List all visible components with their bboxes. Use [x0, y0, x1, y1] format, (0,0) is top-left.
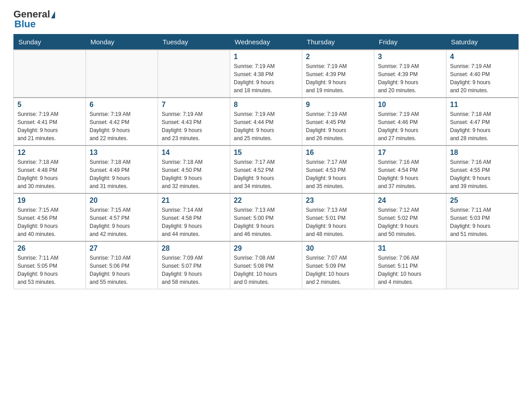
day-info: Sunrise: 7:18 AMSunset: 4:47 PMDaylight:…	[450, 110, 515, 142]
calendar-header-row: SundayMondayTuesdayWednesdayThursdayFrid…	[14, 34, 519, 50]
calendar-cell: 11Sunrise: 7:18 AMSunset: 4:47 PMDayligh…	[446, 98, 519, 146]
day-info: Sunrise: 7:15 AMSunset: 4:56 PMDaylight:…	[17, 206, 82, 238]
calendar-cell: 10Sunrise: 7:19 AMSunset: 4:46 PMDayligh…	[374, 98, 446, 146]
calendar-cell: 19Sunrise: 7:15 AMSunset: 4:56 PMDayligh…	[14, 193, 86, 241]
day-info: Sunrise: 7:19 AMSunset: 4:39 PMDaylight:…	[306, 62, 370, 94]
day-info: Sunrise: 7:18 AMSunset: 4:48 PMDaylight:…	[17, 158, 82, 190]
day-number: 15	[234, 149, 298, 157]
day-info: Sunrise: 7:13 AMSunset: 5:00 PMDaylight:…	[234, 206, 298, 238]
day-info: Sunrise: 7:19 AMSunset: 4:46 PMDaylight:…	[378, 110, 442, 142]
calendar-week-5: 26Sunrise: 7:11 AMSunset: 5:05 PMDayligh…	[14, 241, 519, 289]
calendar-cell: 27Sunrise: 7:10 AMSunset: 5:06 PMDayligh…	[86, 241, 158, 289]
day-info: Sunrise: 7:19 AMSunset: 4:43 PMDaylight:…	[162, 110, 226, 142]
day-info: Sunrise: 7:12 AMSunset: 5:02 PMDaylight:…	[378, 206, 442, 238]
day-number: 3	[378, 53, 442, 61]
calendar-cell: 2Sunrise: 7:19 AMSunset: 4:39 PMDaylight…	[302, 50, 374, 98]
calendar-header-sunday: Sunday	[14, 34, 86, 50]
day-info: Sunrise: 7:07 AMSunset: 5:09 PMDaylight:…	[306, 254, 370, 286]
day-info: Sunrise: 7:15 AMSunset: 4:57 PMDaylight:…	[90, 206, 154, 238]
day-number: 6	[90, 101, 154, 109]
day-number: 2	[306, 53, 370, 61]
calendar-header-saturday: Saturday	[446, 34, 519, 50]
day-info: Sunrise: 7:17 AMSunset: 4:52 PMDaylight:…	[234, 158, 298, 190]
day-number: 22	[234, 197, 298, 205]
day-info: Sunrise: 7:18 AMSunset: 4:49 PMDaylight:…	[90, 158, 154, 190]
calendar-header-monday: Monday	[86, 34, 158, 50]
day-number: 25	[450, 197, 515, 205]
calendar-cell	[14, 50, 86, 98]
day-number: 24	[378, 197, 442, 205]
day-number: 27	[90, 244, 154, 253]
day-number: 31	[378, 244, 442, 253]
day-number: 16	[306, 149, 370, 157]
day-number: 7	[162, 101, 226, 109]
day-number: 18	[450, 149, 515, 157]
day-number: 10	[378, 101, 442, 109]
calendar-cell	[86, 50, 158, 98]
day-info: Sunrise: 7:16 AMSunset: 4:54 PMDaylight:…	[378, 158, 442, 190]
calendar-cell: 29Sunrise: 7:08 AMSunset: 5:08 PMDayligh…	[230, 241, 302, 289]
day-info: Sunrise: 7:11 AMSunset: 5:03 PMDaylight:…	[450, 206, 515, 238]
calendar-cell: 28Sunrise: 7:09 AMSunset: 5:07 PMDayligh…	[158, 241, 230, 289]
logo: General Blue	[13, 9, 55, 30]
day-info: Sunrise: 7:19 AMSunset: 4:38 PMDaylight:…	[234, 62, 298, 94]
day-info: Sunrise: 7:16 AMSunset: 4:55 PMDaylight:…	[450, 158, 515, 190]
day-number: 26	[17, 244, 82, 253]
day-info: Sunrise: 7:19 AMSunset: 4:41 PMDaylight:…	[17, 110, 82, 142]
calendar-cell: 24Sunrise: 7:12 AMSunset: 5:02 PMDayligh…	[374, 193, 446, 241]
calendar-cell: 7Sunrise: 7:19 AMSunset: 4:43 PMDaylight…	[158, 98, 230, 146]
calendar-cell: 20Sunrise: 7:15 AMSunset: 4:57 PMDayligh…	[86, 193, 158, 241]
calendar-week-3: 12Sunrise: 7:18 AMSunset: 4:48 PMDayligh…	[14, 146, 519, 193]
calendar-header-thursday: Thursday	[302, 34, 374, 50]
calendar-cell: 31Sunrise: 7:06 AMSunset: 5:11 PMDayligh…	[374, 241, 446, 289]
day-number: 11	[450, 101, 515, 109]
calendar-cell: 30Sunrise: 7:07 AMSunset: 5:09 PMDayligh…	[302, 241, 374, 289]
calendar-cell: 26Sunrise: 7:11 AMSunset: 5:05 PMDayligh…	[14, 241, 86, 289]
day-number: 13	[90, 149, 154, 157]
calendar-cell: 1Sunrise: 7:19 AMSunset: 4:38 PMDaylight…	[230, 50, 302, 98]
calendar-cell: 13Sunrise: 7:18 AMSunset: 4:49 PMDayligh…	[86, 146, 158, 193]
calendar-header-tuesday: Tuesday	[158, 34, 230, 50]
calendar-cell: 18Sunrise: 7:16 AMSunset: 4:55 PMDayligh…	[446, 146, 519, 193]
day-number: 29	[234, 244, 298, 253]
calendar-cell	[158, 50, 230, 98]
calendar-header-friday: Friday	[374, 34, 446, 50]
calendar-cell: 5Sunrise: 7:19 AMSunset: 4:41 PMDaylight…	[14, 98, 86, 146]
day-info: Sunrise: 7:06 AMSunset: 5:11 PMDaylight:…	[378, 254, 442, 286]
calendar-cell: 15Sunrise: 7:17 AMSunset: 4:52 PMDayligh…	[230, 146, 302, 193]
day-info: Sunrise: 7:19 AMSunset: 4:40 PMDaylight:…	[450, 62, 515, 94]
header: General Blue	[13, 9, 519, 30]
calendar-week-4: 19Sunrise: 7:15 AMSunset: 4:56 PMDayligh…	[14, 193, 519, 241]
day-info: Sunrise: 7:19 AMSunset: 4:42 PMDaylight:…	[90, 110, 154, 142]
logo-blue-text: Blue	[14, 18, 36, 30]
calendar-cell: 4Sunrise: 7:19 AMSunset: 4:40 PMDaylight…	[446, 50, 519, 98]
calendar-cell: 8Sunrise: 7:19 AMSunset: 4:44 PMDaylight…	[230, 98, 302, 146]
day-number: 4	[450, 53, 515, 61]
day-number: 9	[306, 101, 370, 109]
calendar-cell: 6Sunrise: 7:19 AMSunset: 4:42 PMDaylight…	[86, 98, 158, 146]
logo-triangle-icon	[51, 11, 55, 18]
calendar-cell: 14Sunrise: 7:18 AMSunset: 4:50 PMDayligh…	[158, 146, 230, 193]
calendar: SundayMondayTuesdayWednesdayThursdayFrid…	[13, 34, 519, 289]
day-info: Sunrise: 7:19 AMSunset: 4:39 PMDaylight:…	[378, 62, 442, 94]
day-number: 1	[234, 53, 298, 61]
calendar-cell: 21Sunrise: 7:14 AMSunset: 4:58 PMDayligh…	[158, 193, 230, 241]
day-number: 8	[234, 101, 298, 109]
day-number: 23	[306, 197, 370, 205]
day-info: Sunrise: 7:11 AMSunset: 5:05 PMDaylight:…	[17, 254, 82, 286]
day-info: Sunrise: 7:17 AMSunset: 4:53 PMDaylight:…	[306, 158, 370, 190]
day-info: Sunrise: 7:08 AMSunset: 5:08 PMDaylight:…	[234, 254, 298, 286]
calendar-cell: 22Sunrise: 7:13 AMSunset: 5:00 PMDayligh…	[230, 193, 302, 241]
day-info: Sunrise: 7:13 AMSunset: 5:01 PMDaylight:…	[306, 206, 370, 238]
day-number: 17	[378, 149, 442, 157]
day-number: 14	[162, 149, 226, 157]
calendar-cell: 12Sunrise: 7:18 AMSunset: 4:48 PMDayligh…	[14, 146, 86, 193]
calendar-cell	[446, 241, 519, 289]
day-number: 19	[17, 197, 82, 205]
day-info: Sunrise: 7:19 AMSunset: 4:45 PMDaylight:…	[306, 110, 370, 142]
day-number: 20	[90, 197, 154, 205]
day-number: 12	[17, 149, 82, 157]
calendar-cell: 3Sunrise: 7:19 AMSunset: 4:39 PMDaylight…	[374, 50, 446, 98]
day-number: 5	[17, 101, 82, 109]
calendar-cell: 23Sunrise: 7:13 AMSunset: 5:01 PMDayligh…	[302, 193, 374, 241]
